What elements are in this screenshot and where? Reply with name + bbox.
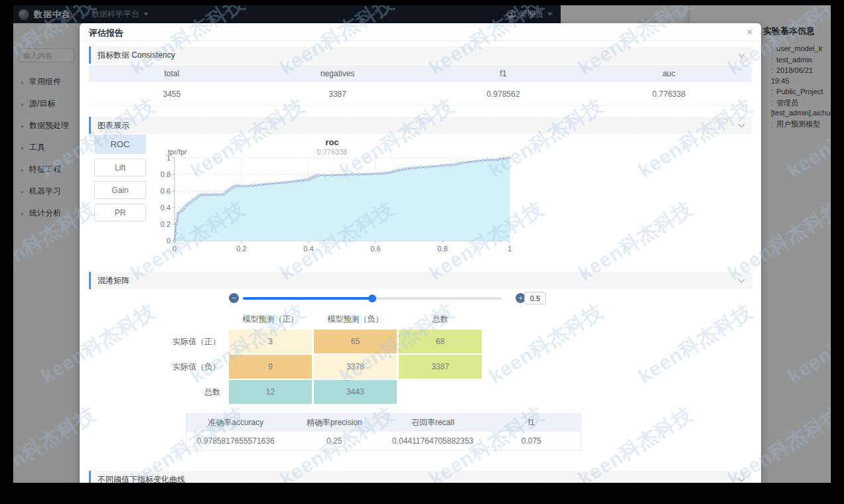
chevron-down-icon bbox=[738, 51, 745, 58]
confusion-metrics-row: 0.9785817655571636 0.25 0.04411764705882… bbox=[186, 432, 581, 450]
cm-cell-tp: 3 bbox=[229, 330, 312, 353]
section-header-metrics[interactable]: 指标数据 Consistency bbox=[89, 46, 752, 64]
cm-cell-pos-total: 68 bbox=[399, 330, 482, 353]
metrics-table-header: total negatives f1 auc bbox=[89, 65, 752, 82]
tab-lift[interactable]: Lift bbox=[94, 158, 146, 176]
evaluation-report-modal: 评估报告 × 指标数据 Consistency total negatives … bbox=[80, 23, 761, 483]
modal-title: 评估报告 bbox=[89, 27, 123, 39]
close-icon[interactable]: × bbox=[744, 26, 756, 38]
app-window: 数据中台 数据科学平台 管理员 ▸ 常用组件 ▸ 源/目标 ▸ 数据预处理 bbox=[13, 5, 831, 483]
cm-cell-pred-neg-total: 3443 bbox=[314, 380, 397, 404]
cm-cell-fn: 65 bbox=[314, 330, 397, 353]
slider-thumb[interactable] bbox=[368, 294, 376, 302]
slider-decrement-button[interactable]: − bbox=[229, 293, 239, 303]
chevron-down-icon bbox=[738, 277, 745, 283]
svg-text:tpr/fpr: tpr/fpr bbox=[168, 148, 187, 156]
section-header-confusion[interactable]: 混淆矩阵 bbox=[89, 272, 752, 289]
svg-text:0.8: 0.8 bbox=[161, 170, 171, 178]
cm-cell-tn: 3378 bbox=[314, 355, 397, 379]
cm-cell-neg-total: 3387 bbox=[399, 355, 482, 379]
confusion-metrics-header: 准确率accuracy 精确率precision 召回率recall f1 bbox=[186, 414, 581, 432]
cm-cell-empty bbox=[399, 380, 482, 404]
tab-pr[interactable]: PR bbox=[94, 204, 146, 221]
svg-text:0.6: 0.6 bbox=[161, 187, 171, 195]
svg-text:0.2: 0.2 bbox=[161, 220, 171, 228]
tab-gain[interactable]: Gain bbox=[94, 181, 146, 199]
svg-text:0.4: 0.4 bbox=[161, 204, 171, 212]
svg-text:0.776338: 0.776338 bbox=[317, 148, 348, 156]
cm-cell-fp: 9 bbox=[229, 355, 312, 379]
svg-text:1: 1 bbox=[508, 245, 512, 253]
modal-header: 评估报告 × bbox=[80, 23, 761, 41]
chevron-down-icon bbox=[738, 475, 745, 482]
slider-fill bbox=[243, 297, 372, 300]
svg-text:roc: roc bbox=[325, 137, 338, 147]
metrics-table: total negatives f1 auc 3455 3387 0.97856… bbox=[89, 65, 752, 106]
svg-text:0.8: 0.8 bbox=[437, 245, 447, 253]
tab-roc[interactable]: ROC bbox=[94, 135, 146, 154]
svg-text:0.6: 0.6 bbox=[370, 245, 380, 253]
cm-cell-pred-pos-total: 12 bbox=[229, 380, 312, 404]
threshold-slider[interactable] bbox=[243, 297, 502, 300]
section-header-charts[interactable]: 图表展示 bbox=[89, 117, 752, 134]
confusion-metrics-table: 准确率accuracy 精确率precision 召回率recall f1 0.… bbox=[186, 413, 581, 451]
chart-type-buttons: ROC Lift Gain PR bbox=[94, 135, 146, 226]
svg-text:1: 1 bbox=[167, 154, 171, 162]
svg-text:0: 0 bbox=[167, 237, 171, 245]
metrics-table-row: 3455 3387 0.978562 0.776338 bbox=[89, 82, 752, 106]
roc-chart-svg: roc0.776338tpr/fpr00.20.40.60.8100.20.40… bbox=[156, 135, 528, 257]
svg-text:0.2: 0.2 bbox=[236, 245, 246, 253]
section-header-threshold-curves[interactable]: 不同阈值下指标变化曲线 bbox=[89, 471, 752, 483]
threshold-value-input[interactable] bbox=[524, 292, 546, 304]
chevron-down-icon bbox=[738, 121, 745, 128]
svg-text:0: 0 bbox=[173, 245, 176, 253]
roc-chart: roc0.776338tpr/fpr00.20.40.60.8100.20.40… bbox=[156, 135, 528, 257]
svg-text:0.4: 0.4 bbox=[303, 245, 313, 253]
threshold-slider-row: − + bbox=[229, 291, 547, 306]
